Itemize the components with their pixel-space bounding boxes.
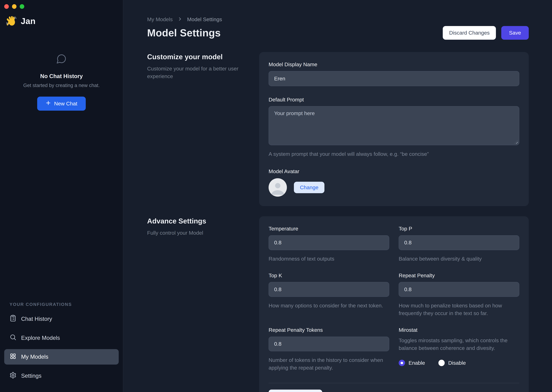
divider bbox=[269, 383, 519, 383]
page-title: Model Settings bbox=[147, 27, 221, 39]
top-k-helper: How many options to consider for the nex… bbox=[269, 302, 385, 309]
radio-unselected-icon bbox=[438, 360, 445, 366]
breadcrumb-my-models[interactable]: My Models bbox=[147, 16, 173, 22]
empty-state-title: No Chat History bbox=[0, 73, 123, 79]
top-p-label: Top P bbox=[399, 226, 519, 232]
breadcrumb: My Models Model Settings bbox=[147, 16, 529, 22]
close-window-button[interactable] bbox=[4, 4, 9, 9]
avatar bbox=[269, 178, 287, 196]
model-avatar-label: Model Avatar bbox=[269, 168, 519, 175]
gear-icon bbox=[9, 372, 16, 380]
model-display-name-input[interactable] bbox=[269, 71, 519, 86]
mirostat-disable-radio[interactable]: Disable bbox=[438, 360, 466, 366]
search-icon bbox=[9, 334, 16, 342]
top-k-field: Top K How many options to consider for t… bbox=[269, 273, 389, 317]
chat-bubble-icon bbox=[0, 54, 123, 65]
mirostat-helper: Toggles mirostats sampling, which contro… bbox=[399, 337, 511, 352]
default-prompt-textarea[interactable] bbox=[269, 106, 519, 145]
repeat-penalty-tokens-label: Repeat Penalty Tokens bbox=[269, 327, 389, 333]
grid-icon bbox=[9, 353, 16, 361]
repeat-penalty-input[interactable] bbox=[399, 282, 519, 297]
advance-subheading: Fully control your Model bbox=[147, 229, 251, 237]
top-k-input[interactable] bbox=[269, 282, 389, 297]
temperature-input[interactable] bbox=[269, 235, 389, 250]
customize-subheading: Customize your model for a better user e… bbox=[147, 65, 251, 80]
mirostat-enable-radio[interactable]: Enable bbox=[399, 360, 425, 366]
advance-panel: Temperature Randomness of text outputs T… bbox=[259, 216, 529, 392]
sidebar-item-my-models[interactable]: My Models bbox=[4, 349, 119, 364]
chat-empty-state: No Chat History Get started by creating … bbox=[0, 54, 123, 111]
app-logo: Jan bbox=[5, 14, 36, 28]
waving-hand-icon bbox=[5, 14, 18, 28]
mirostat-label: Mirostat bbox=[399, 327, 519, 333]
discard-changes-button[interactable]: Discard Changes bbox=[443, 26, 496, 40]
sidebar-configurations: YOUR CONFIGURATIONS Chat History bbox=[0, 302, 123, 387]
new-chat-button[interactable]: New Chat bbox=[37, 97, 86, 111]
sidebar-item-settings[interactable]: Settings bbox=[4, 368, 119, 384]
mirostat-field: Mirostat Toggles mirostats sampling, whi… bbox=[399, 327, 519, 372]
main-content: My Models Model Settings Model Settings … bbox=[123, 0, 552, 392]
top-k-label: Top K bbox=[269, 273, 389, 279]
top-p-field: Top P Balance between diversity & qualit… bbox=[399, 226, 519, 263]
app-name: Jan bbox=[21, 16, 36, 26]
jan-app-window: Jan No Chat History Get started by creat… bbox=[0, 0, 552, 392]
sidebar-item-explore-models[interactable]: Explore Models bbox=[4, 330, 119, 346]
model-display-name-label: Model Display Name bbox=[269, 62, 519, 68]
sidebar: Jan No Chat History Get started by creat… bbox=[0, 0, 123, 392]
default-prompt-label: Default Prompt bbox=[269, 97, 519, 103]
radio-selected-icon bbox=[399, 360, 405, 366]
empty-state-subtitle: Get started by creating a new chat. bbox=[0, 83, 123, 88]
change-avatar-button[interactable]: Change bbox=[294, 182, 324, 193]
zoom-window-button[interactable] bbox=[20, 4, 24, 9]
window-controls bbox=[4, 4, 24, 9]
customize-heading: Customize your model bbox=[147, 53, 259, 61]
default-prompt-helper: A system prompt that your model will alw… bbox=[269, 150, 519, 158]
temperature-field: Temperature Randomness of text outputs bbox=[269, 226, 389, 263]
clipboard-icon bbox=[9, 315, 16, 323]
breadcrumb-model-settings: Model Settings bbox=[187, 16, 222, 22]
repeat-penalty-tokens-input[interactable] bbox=[269, 337, 389, 351]
repeat-penalty-tokens-helper: Number of tokens in the history to consi… bbox=[269, 356, 389, 372]
top-p-helper: Balance between diversity & quality bbox=[399, 255, 519, 263]
repeat-penalty-tokens-field: Repeat Penalty Tokens Number of tokens i… bbox=[269, 327, 389, 372]
advance-heading: Advance Settings bbox=[147, 217, 259, 225]
repeat-penalty-field: Repeat Penalty How much to penalize toke… bbox=[399, 273, 519, 317]
temperature-helper: Randomness of text outputs bbox=[269, 255, 389, 263]
top-p-input[interactable] bbox=[399, 235, 519, 250]
repeat-penalty-helper: How much to penalize tokens based on how… bbox=[399, 302, 519, 317]
configurations-section-label: YOUR CONFIGURATIONS bbox=[9, 302, 123, 307]
plus-icon bbox=[46, 100, 51, 107]
sidebar-item-chat-history[interactable]: Chat History bbox=[4, 311, 119, 327]
advance-section: Advance Settings Fully control your Mode… bbox=[147, 216, 529, 392]
repeat-penalty-label: Repeat Penalty bbox=[399, 273, 519, 279]
customize-panel: Model Display Name Default Prompt A syst… bbox=[259, 52, 529, 206]
reset-to-default-button[interactable]: Reset to Default bbox=[269, 390, 322, 392]
temperature-label: Temperature bbox=[269, 226, 389, 232]
chevron-right-icon bbox=[178, 16, 182, 22]
save-button[interactable]: Save bbox=[501, 26, 529, 40]
minimize-window-button[interactable] bbox=[12, 4, 17, 9]
customize-section: Customize your model Customize your mode… bbox=[147, 52, 529, 206]
